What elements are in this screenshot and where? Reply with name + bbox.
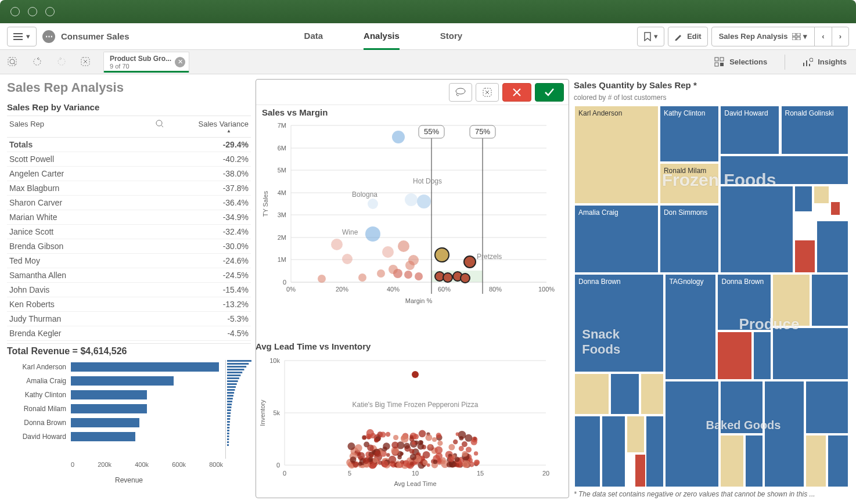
treemap-cell[interactable] [764,380,805,488]
bar-row[interactable]: Karl Anderson [71,360,223,374]
svg-rect-98 [227,424,230,426]
selections-tool[interactable]: Selections [714,57,767,67]
edit-button[interactable]: Edit [668,27,708,46]
treemap-cell[interactable] [813,185,829,204]
treemap-cell[interactable] [720,185,794,273]
sales-vs-margin-panel[interactable]: Sales vs Margin 0 1M 2M 3M 4M 5M [256,79,569,498]
smart-search-icon[interactable] [6,55,20,69]
table-row[interactable]: Brenda Gibson-30.0% [7,239,251,254]
bar-row[interactable]: David Howard [71,430,223,444]
selection-chip[interactable]: Product Sub Gro... 9 of 70 ✕ [103,52,189,73]
lasso-button[interactable] [449,83,472,102]
table-row[interactable]: John Davis-15.4% [7,283,251,297]
table-row[interactable]: Brenda Kegler-4.5% [7,326,251,341]
menu-button[interactable]: ▾ [7,27,37,46]
svg-rect-91 [227,404,232,405]
treemap-cell[interactable] [601,415,626,488]
step-back-icon[interactable] [30,55,44,69]
nav-tabs: Data Analysis Story [135,23,632,50]
svg-point-55 [408,255,419,265]
treemap-cell[interactable] [610,373,640,415]
window-control[interactable] [45,7,55,16]
sales-vs-margin-chart[interactable]: 0 1M 2M 3M 4M 5M 6M 7M 0% 20% 40% 60% 80… [256,120,558,311]
treemap-cell[interactable]: Donna Brown [717,273,772,331]
bookmark-button[interactable]: ▾ [637,27,664,46]
table-row[interactable]: Ken Roberts-13.2% [7,297,251,312]
dashboard-title: Sales Rep Analysis [7,80,251,95]
treemap-cell[interactable] [805,380,849,434]
treemap-cell[interactable]: Donna Brown [574,273,664,373]
tab-story[interactable]: Story [440,23,462,50]
treemap-cell[interactable] [805,434,827,488]
clear-button[interactable] [476,83,499,102]
insights-tool[interactable]: Insights [803,57,847,67]
treemap-cell[interactable]: David Howard [720,105,780,155]
table-row[interactable]: Angelen Carter-38.0% [7,167,251,181]
treemap-cell[interactable] [574,415,601,488]
table-row[interactable]: Ted Moy-24.6% [7,254,251,268]
treemap-cell[interactable] [744,434,764,488]
treemap-cell[interactable] [794,239,816,273]
sheet-selector[interactable]: Sales Rep Analysis ▾ [712,27,815,46]
variance-panel[interactable]: Sales Rep by Variance Sales Rep Sales Va… [7,102,251,341]
treemap-cell[interactable] [645,415,664,488]
treemap-cell[interactable]: Amalia Craig [574,204,659,273]
treemap-cell[interactable] [830,201,841,216]
chip-close-icon[interactable]: ✕ [175,57,185,67]
treemap-cell[interactable]: Karl Anderson [574,105,659,204]
table-row[interactable]: Judy Thurman-5.3% [7,312,251,326]
treemap-cell[interactable] [772,273,810,327]
cancel-button[interactable] [502,83,531,102]
treemap-cell[interactable] [640,373,665,415]
step-forward-icon[interactable] [55,55,69,69]
table-row[interactable]: Scott Powell-40.2% [7,152,251,167]
bar-row[interactable]: Kathy Clinton [71,388,223,402]
treemap-cell[interactable] [827,434,849,488]
clear-selection-icon[interactable] [79,55,93,69]
treemap-cell[interactable]: Kathy Clinton [659,105,720,163]
treemap-cell[interactable] [816,220,849,273]
table-row[interactable]: Janice Scott-32.4% [7,225,251,239]
treemap-cell[interactable] [753,331,772,381]
col-variance[interactable]: Sales Variance [199,120,249,128]
treemap-cell[interactable]: Ronald Golinski [781,105,850,155]
treemap-cell[interactable] [720,434,744,488]
treemap-cell[interactable] [720,380,764,434]
treemap-cell[interactable] [720,155,849,186]
table-row[interactable]: Max Blagburn-37.8% [7,181,251,196]
revenue-panel[interactable]: Total Revenue = $4,614,526 Karl Anderson… [7,343,251,484]
treemap-cell[interactable]: Ronald Milam [659,163,720,204]
window-control[interactable] [10,7,20,16]
treemap-cell[interactable] [811,273,849,327]
treemap-panel[interactable]: Sales Quantity by Sales Rep * colored by… [574,80,849,498]
treemap-cell[interactable] [626,415,645,453]
col-salesrep[interactable]: Sales Rep [9,120,44,134]
table-row[interactable]: Sharon Carver-36.4% [7,196,251,210]
svg-rect-2 [792,37,796,40]
window-control[interactable] [28,7,37,16]
search-icon[interactable] [156,120,164,134]
sheet-prev[interactable]: ‹ [815,27,832,46]
treemap-chart[interactable]: Karl Anderson Kathy Clinton Ronald Milam… [574,105,849,488]
bar-row[interactable]: Ronald Milam [71,402,223,416]
table-row[interactable]: Marian White-34.9% [7,210,251,225]
bar-row[interactable]: Donna Brown [71,416,223,430]
confirm-button[interactable] [535,83,564,102]
svg-point-50 [331,239,343,250]
treemap-cell[interactable] [717,331,753,381]
svg-text:2M: 2M [278,234,286,241]
tab-analysis[interactable]: Analysis [364,23,400,50]
treemap-cell[interactable] [664,380,720,488]
table-row[interactable]: Samantha Allen-24.5% [7,268,251,283]
treemap-cell[interactable]: TAGnology [664,273,717,381]
bar-row[interactable]: Amalia Craig [71,374,223,388]
treemap-cell[interactable] [794,185,813,212]
sheet-next[interactable]: › [832,27,848,46]
tab-data[interactable]: Data [304,23,323,50]
revenue-bar-chart[interactable]: Karl AndersonAmalia CraigKathy ClintonRo… [7,360,251,476]
treemap-cell[interactable] [772,327,849,380]
variance-table[interactable]: Sales Rep Sales Variance ▲ Totals-29.4% … [7,116,251,341]
treemap-cell[interactable] [574,373,610,415]
treemap-cell[interactable]: Don Simmons [659,204,720,273]
svg-point-48 [405,193,418,206]
